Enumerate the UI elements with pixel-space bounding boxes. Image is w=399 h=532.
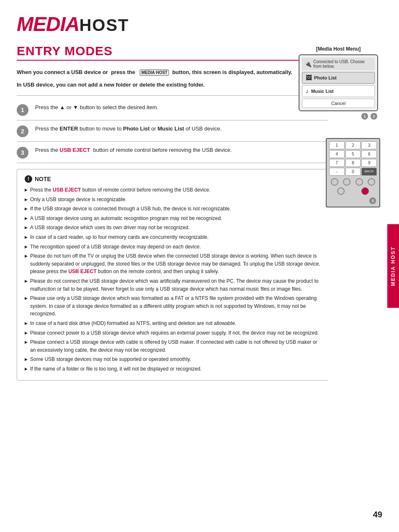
note-item-1: Press the USB EJECT button of remote con… — [25, 186, 322, 194]
step-3-number: 3 — [17, 147, 28, 159]
steps-container: 1 Press the ▲ or ▼ button to select the … — [17, 99, 330, 163]
remote-btn-2 — [343, 178, 350, 186]
key-3: 3 — [361, 141, 377, 149]
key-back: BACK — [361, 168, 377, 176]
note-item-5: A USB storage device which uses its own … — [25, 224, 322, 232]
note-box: ! NOTE Press the USB EJECT button of rem… — [17, 169, 330, 381]
note-title: ! NOTE — [25, 175, 322, 183]
key-6: 6 — [361, 150, 377, 158]
step3-dot: 3 — [369, 197, 376, 204]
note-item-11: In case of a hard disk drive (HDD) forma… — [25, 320, 322, 327]
logo-media: MEDIA — [17, 13, 79, 35]
step-1-text: Press the ▲ or ▼ button to select the de… — [35, 103, 330, 112]
menu-cancel: Cancel — [302, 99, 375, 108]
step-1: 1 Press the ▲ or ▼ button to select the … — [17, 99, 330, 120]
menu-photo-list: 🖼 Photo List — [302, 72, 375, 84]
step-dot-2: 2 — [371, 113, 377, 120]
step-1-number: 1 — [17, 104, 28, 116]
step-3-text: Press the USB EJECT button of remote con… — [35, 146, 330, 155]
note-item-6: In case of a card reader, up to four mem… — [25, 233, 322, 241]
right-panel: [Media Host Menu] 🔌 Connected to USB. Ch… — [328, 0, 399, 532]
step-dot-1: 1 — [361, 113, 368, 120]
menu-music-list: ♪ Music List — [302, 85, 375, 97]
menu-label: [Media Host Menu] — [299, 46, 378, 52]
key-1: 1 — [329, 141, 345, 149]
remote-btn-4 — [368, 178, 375, 186]
step3-indicator: 3 — [329, 197, 376, 204]
menu-box: 🔌 Connected to USB. Choose from below. 🖼… — [299, 54, 378, 111]
intro-text-2: In USB device, you can not add a new fol… — [17, 81, 330, 89]
divider-top — [17, 95, 330, 96]
remote-btn-1 — [331, 178, 338, 186]
step-3: 3 Press the USB EJECT button of remote c… — [17, 142, 330, 163]
remote-btn-5 — [337, 187, 345, 195]
note-item-2: Only a USB storage device is recognizabl… — [25, 196, 322, 204]
key-2: 2 — [345, 141, 361, 149]
note-item-8: Please do not turn off the TV or unplug … — [25, 252, 322, 276]
key-4: 4 — [329, 150, 345, 158]
entry-modes-title: ENTRY MODES — [17, 44, 330, 61]
menu-connected: 🔌 Connected to USB. Choose from below. — [302, 58, 375, 70]
step-2-number: 2 — [17, 125, 28, 137]
logo: MEDIAHOST — [17, 13, 330, 36]
key-dash: - — [329, 168, 345, 176]
note-item-3: If the USB storage device is connected t… — [25, 205, 322, 213]
intro-text-1: When you connect a USB device or press t… — [17, 68, 330, 77]
remote-keypad: 1 2 3 4 5 6 7 8 9 - 0 BACK — [329, 141, 377, 176]
note-item-7: The recognition speed of a USB storage d… — [25, 243, 322, 251]
key-7: 7 — [329, 159, 345, 167]
menu-illustration: [Media Host Menu] 🔌 Connected to USB. Ch… — [299, 46, 378, 120]
step-2-text: Press the ENTER button to move to Photo … — [35, 125, 330, 133]
main-content: MEDIAHOST ENTRY MODES When you connect a… — [0, 0, 347, 393]
remote-illustration: 1 2 3 4 5 6 7 8 9 - 0 BACK 3 — [326, 138, 380, 207]
note-item-9: Please do not connect the USB storage de… — [25, 277, 322, 293]
key-5: 5 — [345, 150, 361, 158]
note-item-10: Please use only a USB storage device whi… — [25, 294, 322, 318]
note-item-13: Please connect a USB storage device with… — [25, 338, 322, 354]
key-0: 0 — [345, 168, 361, 176]
note-item-14: Some USB storage devices may not be supp… — [25, 356, 322, 363]
side-label: MEDIA HOST — [387, 224, 399, 308]
note-item-12: Please connect power to a USB storage de… — [25, 329, 322, 337]
step-indicators: 1 2 — [299, 113, 377, 120]
key-9: 9 — [361, 159, 377, 167]
note-item-15: If the name of a folder or file is too l… — [25, 365, 322, 373]
logo-host: HOST — [79, 16, 129, 34]
note-icon: ! — [25, 175, 32, 183]
key-8: 8 — [345, 159, 361, 167]
step-2: 2 Press the ENTER button to move to Phot… — [17, 120, 330, 142]
note-list: Press the USB EJECT button of remote con… — [25, 186, 322, 373]
note-item-4: A USB storage device using an automatic … — [25, 215, 322, 223]
remote-btn-usbeject — [361, 187, 369, 195]
page-number: 49 — [373, 510, 382, 519]
side-label-text: MEDIA HOST — [390, 246, 396, 286]
remote-btn-3 — [356, 178, 363, 186]
